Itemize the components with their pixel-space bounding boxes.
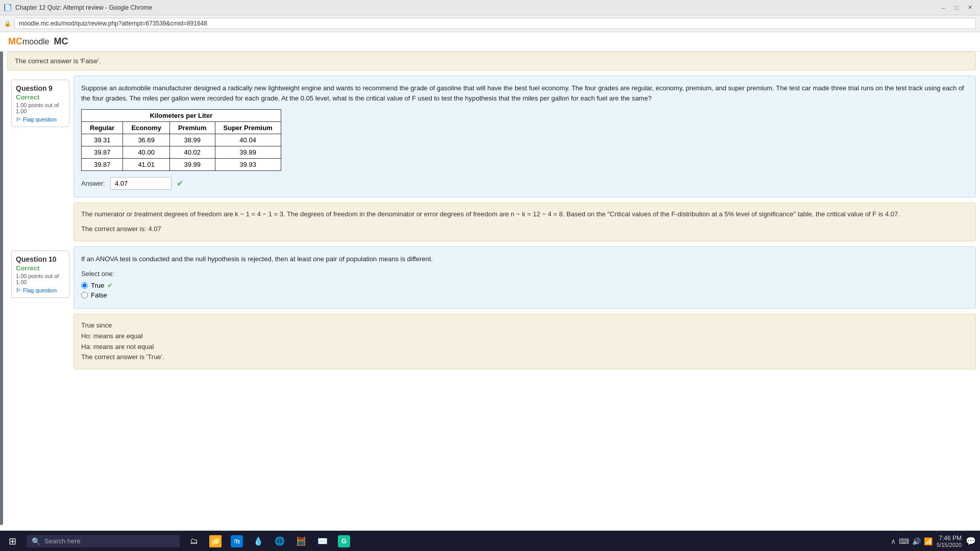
taskbar-app-chrome[interactable]: 🌐 <box>270 531 290 532</box>
taskbar-app-grammarly[interactable]: G <box>334 531 354 532</box>
q9-correct: Correct <box>16 93 65 101</box>
taskbar-app-task-view[interactable]: 🗂 <box>184 531 204 532</box>
minimize-button[interactable]: – <box>937 2 949 14</box>
start-button[interactable]: ⊞ <box>0 531 24 532</box>
browser-title: Chapter 12 Quiz: Attempt review - Google… <box>15 4 152 11</box>
taskbar-app-store[interactable]: 🛍 <box>227 531 247 532</box>
content-area: The correct answer is 'False'. Question … <box>3 52 980 525</box>
radio-true-label: True <box>91 282 104 289</box>
q10-fb-line4: The correct answer is 'True'. <box>81 352 968 363</box>
title-bar-left: 📄 Chapter 12 Quiz: Attempt review - Goog… <box>4 4 152 11</box>
question10-number: Question 10 <box>16 255 65 263</box>
close-button[interactable]: ✕ <box>964 2 976 14</box>
q10-fb-line1: True since <box>81 320 968 331</box>
taskbar-app-calculator[interactable]: 🧮 <box>291 531 311 532</box>
prev-feedback-box: The correct answer is 'False'. <box>7 52 976 70</box>
tab-favicon: 📄 <box>4 4 11 11</box>
col-economy: Economy <box>123 122 170 134</box>
window-controls[interactable]: – □ ✕ <box>937 2 976 14</box>
q9-feedback-box: The numerator or treatment degrees of fr… <box>74 203 976 241</box>
question9-content: Suppose an automobile manufacturer desig… <box>74 76 976 246</box>
q9-feedback-text: The numerator or treatment degrees of fr… <box>81 209 968 220</box>
restore-button[interactable]: □ <box>950 2 963 14</box>
cell: 39.99 <box>169 159 215 171</box>
page-content: MCmoodle MC The correct answer is 'False… <box>0 32 980 531</box>
correct-check-icon2: ✔ <box>107 282 113 289</box>
radio-false[interactable] <box>81 292 88 298</box>
flag-icon2: 🏳 <box>16 287 21 293</box>
q10-flag-label[interactable]: Flag question <box>23 287 57 293</box>
q10-fb-line3: Ha: means are not equal <box>81 342 968 353</box>
table-row: 39.87 40.00 40.02 39.89 <box>82 146 281 159</box>
question9-block: Suppose an automobile manufacturer desig… <box>74 76 976 197</box>
table-row: 39.31 36.69 38.99 40.04 <box>82 134 281 146</box>
q10-num: 10 <box>48 255 57 263</box>
q9-flag[interactable]: 🏳 Flag question <box>16 116 65 122</box>
address-bar: 🔒 moodle.mc.edu/mod/quiz/review.php?atte… <box>0 15 980 32</box>
q10-flag[interactable]: 🏳 Flag question <box>16 287 65 293</box>
logo-mc: MC <box>8 36 22 46</box>
logo-mc2: MC <box>54 36 68 46</box>
q10-correct: Correct <box>16 264 65 272</box>
moodle-header: MCmoodle MC <box>0 32 980 52</box>
cell: 39.87 <box>82 159 123 171</box>
radio-false-label: False <box>91 291 107 299</box>
q10-label: Question <box>16 255 47 263</box>
taskbar: ⊞ 🔍 Search here 🗂 📁 🛍 💧 🌐 🧮 ✉️ G <box>0 531 980 531</box>
question10-block: If an ANOVA test is conducted and the nu… <box>74 246 976 309</box>
select-one-label: Select one: <box>81 270 968 278</box>
q9-num: 9 <box>48 84 53 92</box>
cell: 40.00 <box>123 146 170 159</box>
q9-flag-label[interactable]: Flag question <box>23 116 57 122</box>
question10-content: If an ANOVA test is conducted and the nu… <box>74 246 976 375</box>
q9-text: Suppose an automobile manufacturer desig… <box>81 83 968 103</box>
cell: 39.87 <box>82 146 123 159</box>
taskbar-app-dropbox[interactable]: 💧 <box>248 531 268 532</box>
table-row: 39.87 41.01 39.99 39.93 <box>82 159 281 171</box>
taskbar-app-file-explorer[interactable]: 📁 <box>205 531 226 532</box>
correct-check-icon: ✔ <box>177 179 183 188</box>
title-bar: 📄 Chapter 12 Quiz: Attempt review - Goog… <box>0 0 980 15</box>
q9-label: Question <box>16 84 47 92</box>
col-super-premium: Super Premium <box>215 122 281 134</box>
q9-table: Kilometers per Liter Regular Economy Pre… <box>81 109 281 171</box>
radio-false-option[interactable]: False <box>81 291 968 299</box>
radio-true-option[interactable]: True ✔ <box>81 282 968 289</box>
answer-label: Answer: <box>81 180 105 187</box>
question9-sidebar: Question 9 Correct 1.00 points out of 1.… <box>7 76 74 246</box>
cell: 39.93 <box>215 159 281 171</box>
q9-answer-row: Answer: ✔ <box>81 177 968 190</box>
cell: 41.01 <box>123 159 170 171</box>
answer-input[interactable] <box>110 177 172 190</box>
col-regular: Regular <box>82 122 123 134</box>
question9-number: Question 9 <box>16 84 65 92</box>
taskbar-apps: 🗂 📁 🛍 💧 🌐 🧮 ✉️ G <box>184 531 354 532</box>
question10-nav: Question 10 Correct 1.00 points out of 1… <box>11 251 69 298</box>
table-header-row: Regular Economy Premium Super Premium <box>82 122 281 134</box>
q10-points: 1.00 points out of 1.00 <box>16 273 65 285</box>
flag-icon: 🏳 <box>16 116 21 122</box>
logo-moodle: moodle <box>22 37 49 46</box>
question10-sidebar: Question 10 Correct 1.00 points out of 1… <box>7 246 74 375</box>
cell: 40.02 <box>169 146 215 159</box>
q10-text: If an ANOVA test is conducted and the nu… <box>81 254 968 264</box>
question9-nav: Question 9 Correct 1.00 points out of 1.… <box>11 80 69 127</box>
cell: 38.99 <box>169 134 215 146</box>
cell: 40.04 <box>215 134 281 146</box>
cell: 39.31 <box>82 134 123 146</box>
main-content: The correct answer is 'False'. Question … <box>0 52 980 525</box>
moodle-logo: MCmoodle MC <box>8 36 972 47</box>
taskbar-app-mail[interactable]: ✉️ <box>312 531 333 532</box>
url-input[interactable]: moodle.mc.edu/mod/quiz/review.php?attemp… <box>14 18 976 29</box>
browser-chrome: 📄 Chapter 12 Quiz: Attempt review - Goog… <box>0 0 980 32</box>
cell: 39.89 <box>215 146 281 159</box>
question10-row: Question 10 Correct 1.00 points out of 1… <box>7 246 976 375</box>
prev-feedback-text: The correct answer is 'False'. <box>15 57 101 65</box>
q10-feedback-box: True since Ho: means are equal Ha: means… <box>74 314 976 369</box>
question9-row: Question 9 Correct 1.00 points out of 1.… <box>7 76 976 246</box>
q10-fb-line2: Ho: means are equal <box>81 331 968 342</box>
q9-correct-answer: The correct answer is: 4.07 <box>81 224 968 235</box>
radio-true[interactable] <box>81 282 88 289</box>
table-caption: Kilometers per Liter <box>81 109 281 121</box>
col-premium: Premium <box>169 122 215 134</box>
